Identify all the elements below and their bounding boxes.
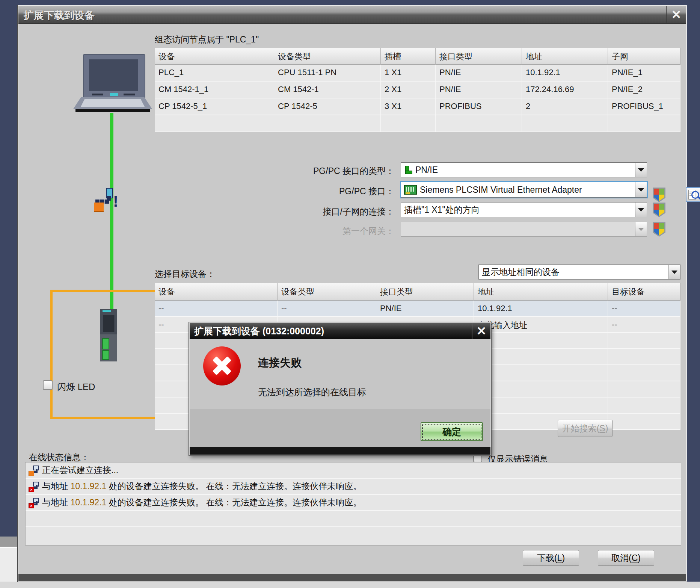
flash-led-label: 闪烁 LED: [57, 381, 95, 393]
dialog-title-bar: 扩展下载到设备 ✕: [18, 6, 686, 24]
subnet-connection-combo[interactable]: 插槽"1 X1"处的方向: [401, 202, 647, 217]
cell: PN/IE: [436, 82, 522, 98]
plc-led-graphic: [103, 310, 111, 312]
connection-link-icon: [107, 196, 111, 201]
table-row-empty: [155, 115, 680, 132]
network-error-icon: ×: [29, 498, 39, 508]
shield-icon: [652, 187, 666, 202]
error-icon: [203, 346, 241, 385]
chevron-down-icon[interactable]: [635, 163, 647, 177]
col-header: 插槽: [381, 48, 436, 65]
cell: PROFIBUS: [436, 98, 522, 115]
plc-port-graphic: [102, 350, 109, 360]
table-row: CM 1542-1_1 CM 1542-1 2 X1 PN/IE 172.24.…: [155, 82, 680, 98]
ok-button[interactable]: 确定: [421, 422, 483, 441]
subnet-connection-value: 插槽"1 X1"处的方向: [404, 204, 480, 216]
network-connecting-icon: [29, 466, 39, 475]
cell: PN/IE: [376, 301, 474, 317]
extended-download-dialog: 扩展下载到设备 ✕ ! 闪烁 LED 组态访问节点属于 "PLC: [18, 5, 687, 582]
pgpc-if-label: PG/PC 接口：: [270, 186, 394, 197]
plc-port-graphic: [102, 338, 109, 349]
status-row-empty: [26, 527, 681, 543]
cell: PN/IE: [436, 65, 522, 82]
col-header: 目标设备: [608, 283, 680, 301]
plc-display-graphic: [103, 315, 115, 332]
cell: PN/IE_1: [608, 65, 680, 82]
flash-led-checkbox[interactable]: [43, 380, 53, 390]
cell: CP 1542-5_1: [155, 98, 274, 115]
cell: --: [608, 301, 680, 317]
cell: 10.1.92.1: [522, 65, 608, 82]
cell: 1 X1: [381, 65, 436, 82]
cancel-button[interactable]: 取消(C): [598, 550, 654, 566]
cell: 2: [522, 98, 608, 115]
cell: 2 X1: [381, 82, 436, 98]
config-table-header: 设备 设备类型 插槽 接口类型 地址 子网: [155, 48, 680, 65]
gateway-combo: [401, 222, 647, 237]
table-row: CP 1542-5_1 CP 1542-5 3 X1 PROFIBUS 2 PR…: [155, 98, 680, 115]
target-row-selected[interactable]: -- -- PN/IE 10.1.92.1 --: [155, 301, 680, 317]
dialog-title: 扩展下载到设备: [24, 9, 95, 22]
popup-headline: 连接失败: [258, 355, 302, 370]
status-message-list: 正在尝试建立连接... × 与地址 10.1.92.1 处的设备建立连接失败。 …: [25, 462, 681, 546]
popup-title: 扩展下载到设备 (0132:000002): [194, 325, 324, 337]
cell: PLC_1: [155, 65, 274, 82]
pgpc-type-label: PG/PC 接口的类型：: [270, 165, 394, 177]
cell: PROFIBUS_1: [608, 98, 680, 115]
chevron-down-icon[interactable]: [635, 203, 647, 217]
network-adapter-icon: [404, 185, 417, 195]
col-header: 子网: [608, 48, 680, 65]
start-search-button[interactable]: 开始搜索(S): [558, 420, 612, 437]
pgpc-if-combo[interactable]: Siemens PLCSIM Virtual Ethernet Adapter: [401, 182, 647, 198]
popup-bottom-strip: [190, 447, 490, 455]
network-cable-graphic: [110, 113, 113, 310]
popup-message: 无法到达所选择的在线目标: [258, 386, 366, 398]
laptop-keyboard-graphic: [81, 99, 145, 107]
pnie-interface-icon: [404, 166, 412, 174]
col-header: 设备: [155, 283, 278, 301]
gateway-label: 第一个网关：: [270, 225, 394, 237]
table-row: PLC_1 CPU 1511-1 PN 1 X1 PN/IE 10.1.92.1…: [155, 65, 680, 82]
screen: 扩展下载到设备 ✕ ! 闪烁 LED 组态访问节点属于 "PLC: [0, 0, 700, 588]
cell: --: [155, 301, 278, 317]
status-text: 正在尝试建立连接...: [42, 464, 118, 476]
target-filter-combo[interactable]: 显示地址相同的设备: [478, 265, 680, 280]
laptop-screen-graphic: [89, 59, 138, 91]
config-table-caption: 组态访问节点属于 "PLC_1": [155, 34, 259, 45]
download-button[interactable]: 下载(L): [523, 550, 579, 566]
cell: 在此输入地址: [474, 317, 608, 333]
cell: PN/IE_2: [608, 82, 680, 98]
cell: 10.1.92.1: [474, 301, 608, 317]
cell: --: [278, 301, 376, 317]
network-error-icon: ×: [29, 482, 39, 491]
config-table: 设备 设备类型 插槽 接口类型 地址 子网 PLC_1 CPU 1511-1 P…: [155, 48, 680, 132]
chevron-down-icon[interactable]: [635, 182, 647, 197]
cell: CP 1542-5: [274, 98, 381, 115]
browse-interfaces-button[interactable]: [686, 187, 700, 202]
pgpc-if-value: Siemens PLCSIM Virtual Ethernet Adapter: [420, 185, 582, 195]
cell: CM 1542-1_1: [155, 82, 274, 98]
col-header: 接口类型: [436, 48, 522, 65]
status-row: 正在尝试建立连接...: [26, 463, 681, 479]
cell: 3 X1: [381, 98, 436, 115]
cell: --: [608, 317, 680, 333]
chevron-down-icon[interactable]: [668, 265, 680, 279]
connection-status-orange-icon: [94, 203, 104, 212]
status-text: 与地址 10.1.92.1 处的设备建立连接失败。 在线：无法建立连接。连接伙伴…: [42, 497, 362, 508]
online-status-label: 在线状态信息：: [29, 452, 89, 463]
close-icon[interactable]: ✕: [666, 6, 686, 23]
select-target-label: 选择目标设备：: [155, 268, 215, 280]
laptop-hinge-light: [110, 93, 118, 96]
status-row: × 与地址 10.1.92.1 处的设备建立连接失败。 在线：无法建立连接。连接…: [26, 479, 681, 495]
pgpc-type-value: PN/IE: [415, 165, 438, 175]
popup-title-bar: 扩展下载到设备 (0132:000002) ✕: [190, 323, 490, 339]
target-filter-value: 显示地址相同的设备: [482, 266, 560, 278]
dialog-bottom-strip: [18, 574, 686, 581]
status-row-empty: [26, 511, 681, 527]
laptop-hinge-detail: [92, 94, 103, 95]
close-icon[interactable]: ✕: [472, 323, 490, 339]
pgpc-type-combo[interactable]: PN/IE: [401, 162, 647, 177]
background-app-bottom-strip: [0, 582, 700, 588]
cell: 172.24.16.69: [522, 82, 608, 98]
col-header: 地址: [522, 48, 608, 65]
